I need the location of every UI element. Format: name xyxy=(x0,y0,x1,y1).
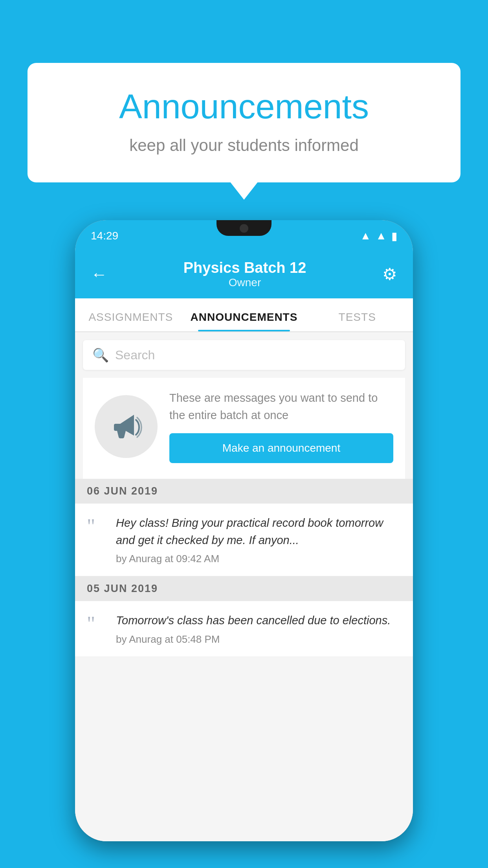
make-announcement-button[interactable]: Make an announcement xyxy=(169,433,393,463)
battery-icon: ▮ xyxy=(391,230,397,243)
quote-icon-2: " xyxy=(87,614,106,634)
promo-right: These are messages you want to send to t… xyxy=(169,390,393,463)
speech-bubble-title: Announcements xyxy=(59,86,429,127)
speech-bubble-subtitle: keep all your students informed xyxy=(59,136,429,155)
announcement-item-2[interactable]: " Tomorrow's class has been cancelled du… xyxy=(75,601,413,657)
announcement-text-2: Tomorrow's class has been cancelled due … xyxy=(116,612,401,629)
header-center: Physics Batch 12 Owner xyxy=(183,259,306,289)
tab-assignments[interactable]: ASSIGNMENTS xyxy=(75,298,187,331)
promo-block: These are messages you want to send to t… xyxy=(83,378,405,479)
megaphone-icon xyxy=(108,409,144,444)
screen-inner: 14:29 ▲ ▲ ▮ ← Physics Batch 12 Own xyxy=(75,220,413,841)
search-placeholder: Search xyxy=(115,348,155,362)
search-bar[interactable]: 🔍 Search xyxy=(83,340,405,370)
date-separator-1: 06 JUN 2019 xyxy=(75,479,413,504)
tab-announcements[interactable]: ANNOUNCEMENTS xyxy=(187,298,302,331)
promo-description: These are messages you want to send to t… xyxy=(169,390,393,424)
announcement-content-2: Tomorrow's class has been cancelled due … xyxy=(116,612,401,645)
date-separator-2: 05 JUN 2019 xyxy=(75,576,413,601)
promo-icon-circle xyxy=(95,395,158,458)
wifi-icon: ▲ xyxy=(360,230,371,242)
status-bar: 14:29 ▲ ▲ ▮ xyxy=(75,220,413,252)
announcement-item-1[interactable]: " Hey class! Bring your practical record… xyxy=(75,504,413,576)
speech-bubble: Announcements keep all your students inf… xyxy=(28,63,460,182)
signal-icon: ▲ xyxy=(376,230,387,242)
app-header: ← Physics Batch 12 Owner ⚙ xyxy=(75,252,413,298)
tab-tests[interactable]: TESTS xyxy=(301,298,413,331)
announcement-text-1: Hey class! Bring your practical record b… xyxy=(116,515,401,549)
notch xyxy=(216,220,272,236)
phone-screen: 14:29 ▲ ▲ ▮ ← Physics Batch 12 Own xyxy=(75,220,413,841)
search-icon: 🔍 xyxy=(92,347,109,363)
settings-icon[interactable]: ⚙ xyxy=(382,265,397,284)
front-camera xyxy=(240,224,248,233)
status-icons: ▲ ▲ ▮ xyxy=(360,230,397,243)
phone-device: 14:29 ▲ ▲ ▮ ← Physics Batch 12 Own xyxy=(75,220,413,841)
announcement-meta-1: by Anurag at 09:42 AM xyxy=(116,553,401,565)
announcement-meta-2: by Anurag at 05:48 PM xyxy=(116,633,401,645)
phone-wrapper: 14:29 ▲ ▲ ▮ ← Physics Batch 12 Own xyxy=(75,220,413,841)
status-time: 14:29 xyxy=(91,230,118,242)
quote-icon-1: " xyxy=(87,516,106,537)
announcement-content-1: Hey class! Bring your practical record b… xyxy=(116,515,401,565)
tabs-container: ASSIGNMENTS ANNOUNCEMENTS TESTS xyxy=(75,298,413,332)
header-title: Physics Batch 12 xyxy=(183,259,306,276)
content-area: 🔍 Search xyxy=(75,332,413,841)
header-subtitle: Owner xyxy=(183,276,306,289)
back-button[interactable]: ← xyxy=(91,265,107,284)
speech-bubble-container: Announcements keep all your students inf… xyxy=(28,63,460,182)
